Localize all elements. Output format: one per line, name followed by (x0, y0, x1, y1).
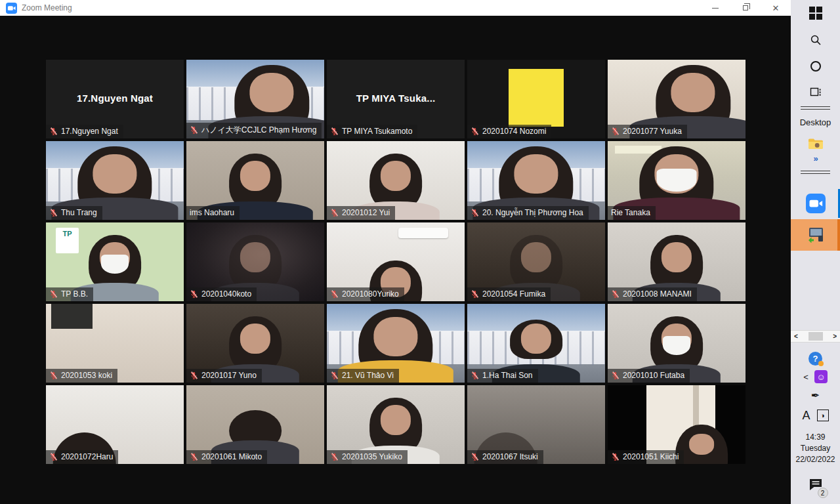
participant-name-label: 20201051 Kiichi (608, 450, 684, 464)
muted-mic-icon (330, 290, 339, 299)
face-mask (101, 255, 129, 274)
window-titlebar[interactable]: Zoom Meeting ✕ (0, 0, 791, 16)
scroll-thumb[interactable] (808, 332, 823, 341)
participant-name-label: ims Naoharu (186, 206, 240, 220)
silhouette-face (521, 242, 551, 272)
participant-name-text: 20. Nguyễn Thị Phương Hoa (482, 208, 583, 217)
participant-tile[interactable]: TP MIYA Tsuka... TP MIYA Tsukamoto (327, 60, 465, 138)
desktop-folder-shortcut[interactable] (791, 135, 840, 152)
participant-tile[interactable]: 20201008 MANAMI (608, 222, 746, 301)
desktop-screen: Zoom Meeting ✕ 17.Nguyen Ngat (0, 0, 840, 504)
participant-tile[interactable]: ims Naoharu (186, 141, 324, 220)
clock-time: 14:39 (805, 432, 825, 443)
clock-date: 22/02/2022 (795, 454, 835, 465)
participant-tile[interactable]: 20201061 Mikoto (186, 385, 324, 464)
participant-name-text: Rie Tanaka (611, 208, 650, 217)
tray-expand-chevron[interactable]: < (803, 372, 808, 382)
participant-display-name: TP MIYA Tsuka... (327, 93, 465, 104)
silhouette-face (521, 324, 551, 354)
close-button[interactable]: ✕ (761, 0, 791, 16)
notification-count-badge: 2 (818, 488, 828, 498)
taskbar-remote-desktop-app[interactable] (791, 219, 840, 251)
participant-tile[interactable]: 20201053 koki (46, 304, 184, 383)
participant-name-text: 20201008 MANAMI (623, 289, 692, 299)
participant-name-text: 20201061 Mikoto (201, 452, 262, 461)
windows-taskbar: Desktop » < > ? < ☺ ✒ A ◑ (791, 0, 840, 504)
muted-mic-icon (49, 209, 58, 217)
muted-mic-icon (471, 453, 479, 461)
participant-tile[interactable]: Rie Tanaka (608, 141, 746, 220)
participant-name-text: 20201067 Itsuki (482, 452, 538, 461)
participant-name-label: 20201074 Nozomi (467, 125, 551, 138)
toolbar-divider-2 (801, 171, 830, 174)
scroll-left-arrow[interactable]: < (794, 333, 798, 340)
participant-name-text: 20201074 Nozomi (482, 127, 546, 136)
ime-shape-icon[interactable]: ◑ (817, 410, 829, 421)
muted-mic-icon (49, 453, 58, 461)
participant-tile[interactable]: 20201017 Yuno (186, 304, 324, 383)
zoom-meeting-window: Zoom Meeting ✕ 17.Nguyen Ngat (0, 0, 791, 504)
participant-name-text: 20201017 Yuno (201, 371, 257, 380)
participant-tile[interactable]: 20201080Yuriko (327, 222, 465, 301)
participant-tile[interactable]: 20201040koto (186, 222, 324, 301)
muted-mic-icon (190, 453, 198, 461)
silhouette-face (240, 161, 270, 191)
participant-tile[interactable]: ハノイ大学CCJLC Phạm Hương (186, 60, 324, 138)
taskbar-clock[interactable]: 14:39 Tuesday 22/02/2022 (791, 428, 840, 469)
orange-app-indicator (837, 219, 840, 251)
participant-tile[interactable]: 20201067 Itsuki (467, 385, 605, 464)
participant-name-text: 20201010 Futaba (623, 371, 684, 380)
ime-mode-indicator[interactable]: A (802, 409, 810, 423)
desktop-toolbar-label: Desktop (800, 117, 831, 127)
scroll-right-arrow[interactable]: > (833, 333, 837, 340)
desktop-toolbar[interactable]: Desktop (791, 115, 840, 129)
minimize-button[interactable] (700, 0, 730, 16)
video-grid: 17.Nguyen Ngat 17.Nguyen Ngat (46, 60, 746, 464)
participant-name-label: ハノイ大学CCJLC Phạm Hương (186, 123, 322, 138)
restore-button[interactable] (730, 0, 761, 16)
participant-tile[interactable]: 20201074 Nozomi (467, 60, 605, 138)
cortana-circle-icon (810, 61, 821, 72)
participant-tile[interactable]: 20201010 Futaba (608, 304, 746, 383)
silhouette-face (381, 161, 411, 191)
participant-name-text: 20201040koto (201, 289, 251, 299)
participant-name-label: 21. Vũ Thảo Vi (327, 369, 399, 383)
folder-icon (808, 137, 824, 150)
muted-mic-icon (190, 371, 198, 380)
restore-icon (743, 5, 748, 10)
close-icon: ✕ (772, 4, 780, 12)
participant-tile[interactable]: TP B.B. (46, 222, 184, 301)
zoom-camera-icon (6, 3, 17, 14)
participant-name-text: 20201035 Yukiko (342, 452, 402, 461)
participant-tile[interactable]: 20201035 Yukiko (327, 385, 465, 464)
participant-tile[interactable]: 21. Vũ Thảo Vi (327, 304, 465, 383)
search-button[interactable] (791, 32, 840, 49)
tray-purple-app-icon[interactable]: ☺ (814, 370, 828, 383)
participant-tile[interactable]: 20. Nguyễn Thị Phương Hoa (467, 141, 605, 220)
muted-mic-icon (49, 127, 58, 136)
participant-tile[interactable]: Thu Trang (46, 141, 184, 220)
participant-tile[interactable]: 20201072Haru (46, 385, 184, 464)
muted-mic-icon (330, 371, 339, 380)
participant-name-text: 1.Ha Thai Son (482, 371, 533, 380)
task-view-button[interactable] (791, 83, 840, 100)
participant-tile[interactable]: 20201054 Fumika (467, 222, 605, 301)
participant-tile[interactable]: 20201077 Yuuka (608, 60, 746, 138)
silhouette-face (250, 73, 294, 112)
start-button[interactable] (791, 4, 840, 22)
taskbar-scrollbar[interactable]: < > (791, 330, 840, 343)
task-view-icon (809, 86, 822, 98)
windows-ink-pen-icon[interactable]: ✒ (791, 387, 840, 403)
muted-mic-icon (190, 126, 198, 135)
windows-logo-icon (809, 7, 822, 20)
participant-tile[interactable]: 20201012 Yui (327, 141, 465, 220)
cortana-button[interactable] (791, 58, 840, 75)
action-center-button[interactable]: 2 (791, 474, 840, 497)
participant-tile[interactable]: 1.Ha Thai Son (467, 304, 605, 383)
participant-tile[interactable]: 20201051 Kiichi (608, 385, 746, 464)
participant-tile[interactable]: 17.Nguyen Ngat 17.Nguyen Ngat (46, 60, 184, 138)
help-icon: ? (808, 352, 822, 366)
toolbar-overflow-chevron[interactable]: » (791, 152, 840, 164)
tray-help-app[interactable]: ? (791, 350, 840, 367)
taskbar-zoom-app[interactable] (791, 188, 840, 219)
